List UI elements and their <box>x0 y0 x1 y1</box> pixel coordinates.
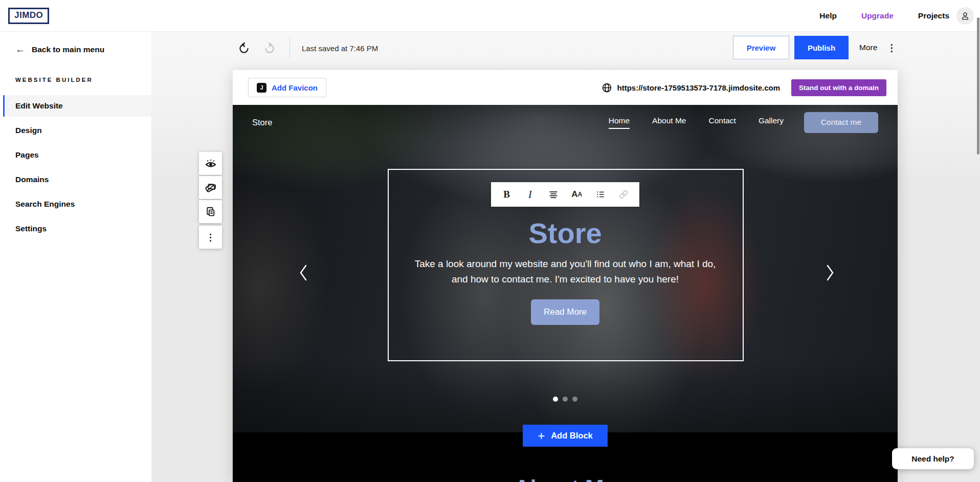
site-navbar: Store Home About Me Contact Gallery Cont… <box>233 111 898 134</box>
hero-description[interactable]: Take a look around my website and you'll… <box>409 256 721 288</box>
last-saved-status: Last saved at 7:46 PM <box>302 44 378 53</box>
sidebar-menu: Edit Website Design Pages Domains Search… <box>0 95 151 243</box>
font-icon-small-a: A <box>578 191 583 198</box>
sidebar-item-pages[interactable]: Pages <box>3 144 151 166</box>
back-arrow-icon: ← <box>15 44 25 55</box>
more-options-kebab-icon[interactable]: ⋮ <box>887 40 897 56</box>
account-nav: Help Upgrade Projects <box>819 0 949 31</box>
color-swatches-icon <box>204 181 217 194</box>
vertical-scrollbar[interactable] <box>977 17 979 155</box>
redo-button[interactable] <box>261 40 278 57</box>
favicon-bar: J Add Favicon https://store-1759513573-7… <box>233 70 898 105</box>
back-to-main-menu-label: Back to main menu <box>32 45 104 54</box>
nav-link-contact[interactable]: Contact <box>708 116 736 129</box>
font-icon-large-a: A <box>571 189 577 200</box>
sidebar-section-title: WEBSITE BUILDER <box>15 77 93 83</box>
copy-icon <box>204 205 217 218</box>
undo-icon <box>237 42 251 55</box>
site-brand[interactable]: Store <box>252 118 272 127</box>
nav-link-home[interactable]: Home <box>609 116 630 129</box>
italic-button[interactable]: I <box>522 187 538 202</box>
carousel-dots <box>233 397 898 402</box>
globe-icon <box>602 82 612 93</box>
sidebar-item-search-engines[interactable]: Search Engines <box>3 193 151 215</box>
more-button[interactable]: More <box>859 43 877 52</box>
align-center-button[interactable] <box>546 187 561 202</box>
add-favicon-label: Add Favicon <box>272 83 318 92</box>
add-favicon-button[interactable]: J Add Favicon <box>248 78 326 97</box>
hero-carousel-block: Store Home About Me Contact Gallery Cont… <box>233 105 898 432</box>
hide-block-button[interactable] <box>199 152 222 175</box>
account-avatar[interactable] <box>956 7 974 25</box>
add-block-button[interactable]: + Add Block <box>523 425 608 447</box>
toolbar-divider <box>289 38 290 58</box>
domain-upsell-button[interactable]: Stand out with a domain <box>791 79 886 96</box>
block-more-options-button[interactable]: ⋮ <box>199 226 222 249</box>
link-icon <box>618 189 629 200</box>
text-format-toolbar: B I AA <box>491 182 639 207</box>
back-to-main-menu-button[interactable]: ← Back to main menu <box>15 44 104 55</box>
preview-button[interactable]: Preview <box>733 36 789 59</box>
jimdo-editor-app: JIMDO Help Upgrade Projects ← Back to ma… <box>0 0 980 482</box>
carousel-prev-button[interactable] <box>297 262 309 285</box>
jimdo-logo[interactable]: JIMDO <box>8 8 49 24</box>
sidebar-item-design[interactable]: Design <box>3 120 151 141</box>
site-nav-links: Home About Me Contact Gallery <box>609 116 784 129</box>
sidebar-item-domains[interactable]: Domains <box>3 169 151 190</box>
font-style-button[interactable]: AA <box>569 187 585 202</box>
link-button[interactable] <box>616 187 631 202</box>
about-me-heading: About Me <box>233 475 898 482</box>
carousel-next-button[interactable] <box>824 262 836 285</box>
carousel-dot-1[interactable] <box>553 397 558 402</box>
need-help-button[interactable]: Need help? <box>892 448 974 469</box>
contact-me-button[interactable]: Contact me <box>804 112 878 133</box>
sidebar: ← Back to main menu WEBSITE BUILDER Edit… <box>0 32 151 482</box>
favicon-placeholder-icon: J <box>257 83 266 93</box>
eye-icon <box>204 157 217 170</box>
bullet-list-icon <box>595 189 606 200</box>
bold-button[interactable]: B <box>499 187 515 202</box>
publish-button[interactable]: Publish <box>794 36 849 59</box>
add-block-label: Add Block <box>551 431 593 441</box>
help-link[interactable]: Help <box>819 11 837 20</box>
block-design-button[interactable] <box>199 176 222 199</box>
chevron-right-icon <box>824 262 836 283</box>
carousel-dot-3[interactable] <box>572 397 577 402</box>
duplicate-block-button[interactable] <box>199 200 222 223</box>
redo-icon <box>263 42 276 55</box>
upgrade-link[interactable]: Upgrade <box>861 11 894 20</box>
sidebar-item-settings[interactable]: Settings <box>3 218 151 239</box>
nav-link-gallery[interactable]: Gallery <box>759 116 784 129</box>
website-canvas: J Add Favicon https://store-1759513573-7… <box>233 70 898 482</box>
user-icon <box>960 11 970 21</box>
projects-link[interactable]: Projects <box>918 11 949 20</box>
nav-link-about-me[interactable]: About Me <box>652 116 686 129</box>
app-header: JIMDO Help Upgrade Projects <box>0 0 980 32</box>
undo-button[interactable] <box>235 40 253 57</box>
plus-icon: + <box>538 430 545 442</box>
carousel-dot-2[interactable] <box>563 397 568 402</box>
kebab-icon: ⋮ <box>206 232 215 243</box>
read-more-button[interactable]: Read More <box>531 299 599 325</box>
chevron-left-icon <box>297 262 309 283</box>
hero-title[interactable]: Store <box>233 216 898 250</box>
align-center-icon <box>548 189 559 200</box>
sidebar-item-edit-website[interactable]: Edit Website <box>3 95 151 117</box>
site-url: https://store-1759513573-7178.jimdosite.… <box>617 83 780 92</box>
bullet-list-button[interactable] <box>593 187 608 202</box>
